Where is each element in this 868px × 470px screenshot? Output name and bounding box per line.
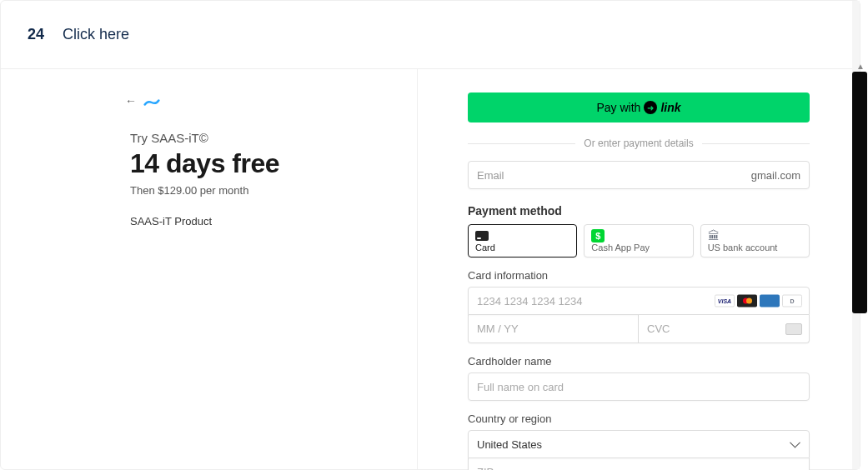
card-number-field[interactable]: VISA D bbox=[468, 287, 810, 315]
payment-method-cashapp[interactable]: $ Cash App Pay bbox=[584, 224, 693, 258]
amex-icon bbox=[760, 295, 780, 308]
divider-text: Or enter payment details bbox=[575, 138, 701, 149]
payment-method-card-label: Card bbox=[475, 242, 569, 252]
price-subline: Then $129.00 per month bbox=[130, 184, 384, 197]
step-number: 24 bbox=[28, 26, 44, 43]
card-cvc-input[interactable] bbox=[647, 322, 800, 335]
payment-method-row: Card $ Cash App Pay 🏛 US bank account bbox=[468, 224, 810, 258]
payment-method-bank[interactable]: 🏛 US bank account bbox=[700, 224, 810, 258]
scroll-thumb[interactable] bbox=[852, 72, 867, 313]
divider-line bbox=[702, 143, 810, 144]
visa-icon: VISA bbox=[715, 295, 735, 308]
card-info-label: Card information bbox=[468, 269, 810, 282]
scrollbar[interactable]: ▲ bbox=[852, 72, 867, 338]
diners-icon: D bbox=[782, 295, 802, 308]
link-brand-label: link bbox=[660, 101, 680, 114]
payment-form-panel: Pay with ➜ link Or enter payment details… bbox=[418, 69, 860, 469]
checkout-page: 24 Click here ← Try SAAS-iT© 14 days fre… bbox=[0, 0, 860, 470]
pay-with-link-button[interactable]: Pay with ➜ link bbox=[468, 92, 810, 122]
cashapp-icon: $ bbox=[591, 229, 605, 242]
email-value: gmail.com bbox=[751, 169, 800, 182]
region-label: Country or region bbox=[468, 412, 810, 425]
product-summary-panel: ← Try SAAS-iT© 14 days free Then $129.00… bbox=[1, 69, 418, 469]
back-row: ← bbox=[125, 94, 384, 108]
content: ← Try SAAS-iT© 14 days free Then $129.00… bbox=[1, 69, 860, 469]
card-cvc-field[interactable] bbox=[639, 315, 810, 343]
payment-method-cashapp-label: Cash App Pay bbox=[591, 242, 685, 252]
scroll-up-icon[interactable]: ▲ bbox=[855, 62, 865, 70]
link-arrow-icon: ➜ bbox=[644, 101, 657, 114]
card-expiry-field[interactable] bbox=[468, 315, 639, 343]
cardholder-input[interactable] bbox=[477, 381, 800, 393]
mastercard-icon bbox=[737, 295, 757, 308]
cardholder-label: Cardholder name bbox=[468, 355, 810, 368]
step-header: 24 Click here bbox=[1, 1, 860, 69]
cardholder-field[interactable] bbox=[468, 372, 810, 401]
payment-method-label: Payment method bbox=[468, 204, 810, 218]
back-arrow-icon[interactable]: ← bbox=[125, 94, 137, 108]
card-icon bbox=[475, 231, 489, 241]
brand-logo-icon bbox=[143, 96, 160, 106]
divider: Or enter payment details bbox=[468, 138, 810, 149]
payment-method-card[interactable]: Card bbox=[468, 224, 577, 258]
trial-headline: 14 days free bbox=[130, 148, 384, 179]
bank-icon: 🏛 bbox=[708, 229, 720, 242]
payment-method-bank-label: US bank account bbox=[708, 242, 802, 252]
zip-field[interactable] bbox=[468, 458, 810, 470]
email-field[interactable]: Email gmail.com bbox=[468, 161, 810, 189]
pay-with-label: Pay with bbox=[596, 101, 640, 114]
product-name: SAAS-iT Product bbox=[130, 215, 384, 228]
zip-input[interactable] bbox=[477, 466, 800, 470]
card-brand-icons: VISA D bbox=[715, 295, 802, 308]
divider-line bbox=[468, 143, 575, 144]
country-value: United States bbox=[477, 438, 542, 451]
email-label: Email bbox=[477, 169, 504, 182]
card-expiry-cvc-row bbox=[468, 315, 810, 343]
cvc-hint-icon bbox=[785, 323, 802, 335]
trial-label: Try SAAS-iT© bbox=[130, 131, 384, 145]
card-expiry-input[interactable] bbox=[477, 322, 630, 335]
country-select[interactable]: United States bbox=[468, 430, 810, 458]
step-title: Click here bbox=[63, 26, 129, 43]
